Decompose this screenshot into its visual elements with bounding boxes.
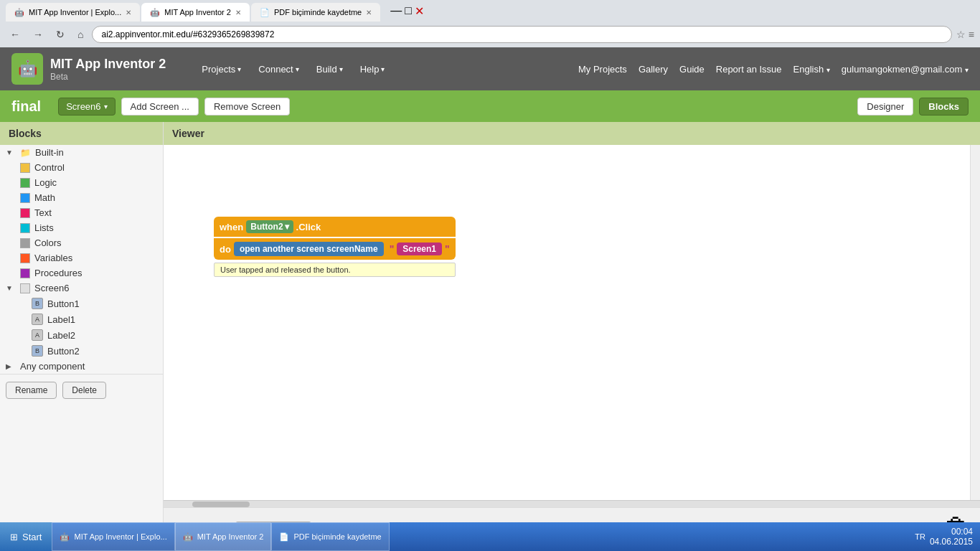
sidebar-item-label2[interactable]: A Label2 — [0, 327, 163, 343]
tab2-favicon: 🤖 — [150, 8, 160, 17]
screen6-expand-icon: ▼ — [6, 284, 16, 292]
math-color-box — [20, 193, 30, 203]
colors-label: Colors — [34, 237, 62, 248]
taskbar-label-0: MIT App Inventor | Explo... — [74, 532, 166, 541]
designer-button[interactable]: Designer — [857, 98, 913, 116]
sidebar-item-lists[interactable]: Lists — [0, 220, 163, 235]
nav-build[interactable]: Build ▾ — [309, 60, 350, 79]
start-button[interactable]: ⊞ Start — [0, 522, 52, 551]
label2-icon: A — [32, 329, 43, 341]
screen6-tree-item[interactable]: ▼ Screen6 — [0, 281, 163, 296]
tab-pdf[interactable]: 📄 PDF biçiminde kaydetme ✕ — [251, 3, 380, 22]
main-area: Blocks ▼ 📁 Built-in Control Logic Math T… — [0, 122, 980, 551]
taskbar: ⊞ Start 🤖 MIT App Inventor | Explo... 🤖 … — [0, 522, 980, 551]
tab1-close[interactable]: ✕ — [126, 9, 131, 17]
remove-screen-button[interactable]: Remove Screen — [204, 98, 290, 116]
my-projects-link[interactable]: My Projects — [578, 64, 627, 75]
vars-color-box — [20, 253, 30, 263]
tab-mit-2[interactable]: 🤖 MIT App Inventor 2 ✕ — [141, 3, 250, 22]
sidebar-item-control[interactable]: Control — [0, 160, 163, 175]
sidebar-item-button2[interactable]: B Button2 — [0, 343, 163, 359]
sidebar-item-logic[interactable]: Logic — [0, 175, 163, 190]
control-label: Control — [34, 162, 65, 173]
home-button[interactable]: ⌂ — [73, 27, 88, 42]
sidebar-item-variables[interactable]: Variables — [0, 250, 163, 265]
nav-connect[interactable]: Connect ▾ — [251, 60, 306, 79]
when-block: when Button2 ▾ .Click — [214, 217, 456, 237]
built-in-item[interactable]: ▼ 📁 Built-in — [0, 145, 163, 160]
add-screen-button[interactable]: Add Screen ... — [121, 98, 199, 116]
forward-button[interactable]: → — [29, 27, 47, 42]
tab2-close[interactable]: ✕ — [235, 9, 241, 17]
back-button[interactable]: ← — [6, 27, 24, 42]
tab3-close[interactable]: ✕ — [366, 9, 372, 17]
user-email: gulumangokmen@gmail.com — [842, 64, 963, 75]
viewer-scrollbar-v[interactable] — [970, 145, 980, 500]
connect-caret: ▾ — [296, 65, 299, 73]
tab-mit-1[interactable]: 🤖 MIT App Inventor | Explo... ✕ — [6, 3, 140, 22]
guide-link[interactable]: Guide — [679, 64, 705, 75]
dropdown-caret: ▾ — [285, 222, 289, 232]
sidebar-item-math[interactable]: Math — [0, 190, 163, 205]
refresh-button[interactable]: ↻ — [52, 27, 69, 42]
sidebar-item-label1[interactable]: A Label1 — [0, 311, 163, 327]
settings-button[interactable]: ≡ — [969, 29, 974, 40]
rename-button[interactable]: Rename — [6, 382, 57, 399]
lists-color-box — [20, 223, 30, 233]
nav-projects-label: Projects — [202, 64, 235, 75]
start-label: Start — [22, 532, 42, 542]
sidebar-item-colors[interactable]: Colors — [0, 235, 163, 250]
app-subtitle: Beta — [50, 72, 166, 82]
screen6-caret: ▾ — [104, 103, 108, 110]
project-name: final — [11, 98, 41, 115]
math-label: Math — [34, 192, 55, 203]
help-caret: ▾ — [381, 65, 385, 73]
date-value: 04.06.2015 — [930, 537, 973, 547]
delete-button[interactable]: Delete — [62, 382, 106, 399]
bookmark-button[interactable]: ☆ — [956, 29, 966, 40]
nav-projects[interactable]: Projects ▾ — [194, 60, 248, 79]
button1-label: Button1 — [47, 298, 80, 309]
quote-open: " — [390, 243, 395, 255]
time-display: 00:04 04.06.2015 — [930, 527, 973, 547]
viewer-canvas[interactable]: when Button2 ▾ .Click do open another sc… — [164, 145, 980, 500]
viewer-scrollbar-h[interactable] — [164, 500, 980, 507]
user-link[interactable]: gulumangokmen@gmail.com ▾ — [842, 64, 969, 75]
build-caret: ▾ — [339, 65, 343, 73]
screen6-folder-icon — [20, 283, 30, 293]
when-text: when — [220, 222, 243, 232]
nav-help-label: Help — [360, 64, 380, 75]
taskbar-icon-0: 🤖 — [60, 532, 70, 542]
do-block: do open another screen screenName " Scre… — [214, 238, 456, 260]
minimize-icon[interactable]: — — [390, 4, 402, 17]
string-value: Screen1 — [402, 244, 436, 254]
project-bar: final Screen6 ▾ Add Screen ... Remove Sc… — [0, 90, 980, 122]
taskbar-item-0[interactable]: 🤖 MIT App Inventor | Explo... — [52, 522, 174, 551]
inner-block: open another screen screenName — [234, 242, 384, 256]
close-icon[interactable]: ✕ — [415, 4, 424, 18]
tooltip-text: User tapped and released the button. — [220, 265, 351, 274]
report-issue-link[interactable]: Report an Issue — [716, 64, 782, 75]
gallery-link[interactable]: Gallery — [639, 64, 668, 75]
builtin-expand-icon: ▼ — [6, 149, 16, 156]
component-name: Button2 — [250, 222, 283, 232]
taskbar-item-1[interactable]: 🤖 MIT App Inventor 2 — [175, 522, 272, 551]
component-dropdown[interactable]: Button2 ▾ — [246, 220, 293, 233]
sidebar-item-text[interactable]: Text — [0, 205, 163, 220]
lists-label: Lists — [34, 222, 54, 233]
sidebar-item-procedures[interactable]: Procedures — [0, 265, 163, 281]
blocks-button[interactable]: Blocks — [919, 98, 969, 116]
language-link[interactable]: English ▾ — [793, 64, 830, 75]
maximize-icon[interactable]: □ — [405, 4, 412, 17]
tab3-favicon: 📄 — [260, 8, 270, 17]
sidebar-item-button1[interactable]: B Button1 — [0, 296, 163, 311]
url-input[interactable] — [92, 26, 951, 43]
android-icon: 🤖 — [18, 60, 37, 78]
control-color-box — [20, 163, 30, 173]
nav-help[interactable]: Help ▾ — [353, 60, 392, 79]
screen6-button[interactable]: Screen6 ▾ — [58, 98, 115, 116]
any-component-item[interactable]: ▶ Any component — [0, 359, 163, 374]
logo-icon: 🤖 — [11, 53, 43, 85]
viewer-area: Viewer when Button2 ▾ .Click do o — [164, 122, 980, 551]
taskbar-item-2[interactable]: 📄 PDF biçiminde kaydetme — [271, 522, 389, 551]
